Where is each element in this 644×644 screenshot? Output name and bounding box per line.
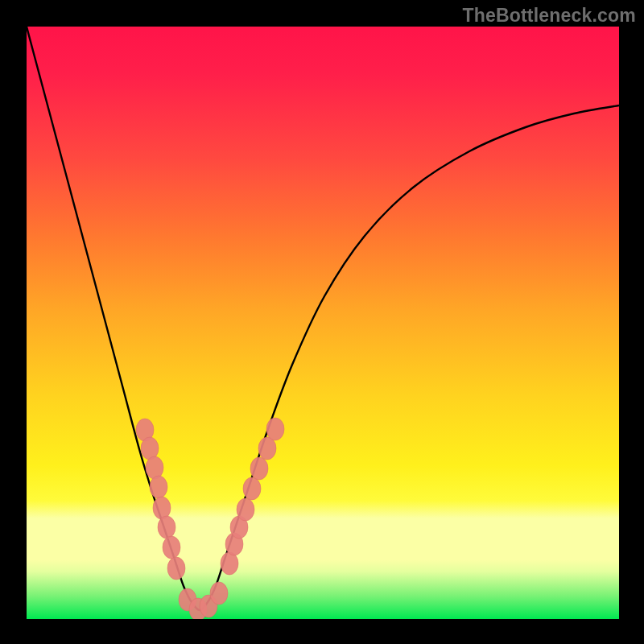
highlight-dot [167,557,185,580]
bottleneck-chart [27,27,619,619]
highlight-dot [237,498,254,521]
highlight-dot [163,536,180,559]
highlight-dot [258,437,276,460]
watermark-label: TheBottleneck.com [462,5,636,27]
outer-frame: TheBottleneck.com [0,0,644,644]
highlight-dot [266,418,284,440]
bottleneck-curve [27,27,619,610]
highlight-dot [153,497,171,519]
highlight-dot [221,552,238,575]
highlight-dot [243,477,261,500]
highlight-dot [158,516,175,539]
highlight-dot [150,476,167,498]
highlight-dots-group [136,418,284,619]
highlight-dot [210,582,228,605]
highlight-dot [141,437,159,460]
highlight-dot [250,457,268,480]
highlight-dot [146,456,163,479]
